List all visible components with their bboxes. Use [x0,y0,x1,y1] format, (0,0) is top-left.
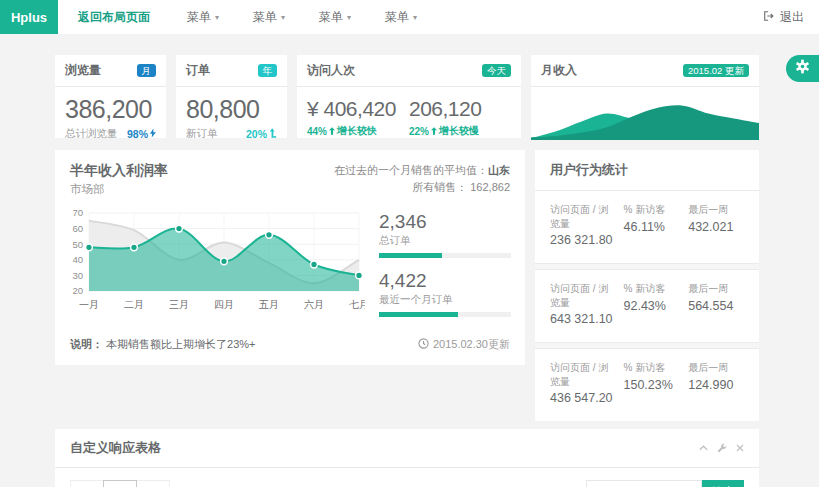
theme-settings-button[interactable] [786,55,819,82]
visits-right: 206,120 22%增长较慢 [409,94,511,138]
search-input[interactable] [586,480,702,487]
middle-row: 半年收入利润率 市场部 在过去的一个月销售的平均值：山东 所有销售： 162,8… [55,150,759,421]
chevron-down-icon: ▾ [215,13,219,22]
revenue-area-chart: 203040506070一月二月三月四月五月六月七月 [63,205,365,317]
panel-subtitle: 市场部 [70,182,168,197]
card-title: 月收入 [541,62,577,79]
period-tabs: 天 周 月 [70,480,169,487]
logout-button[interactable]: 退出 [748,0,819,34]
clock-icon [418,338,429,351]
menu-dropdown-1[interactable]: 菜单▾ [170,0,236,34]
updated-badge: 2015.02 更新 [683,64,749,78]
brand-logo[interactable]: Hplus [0,0,58,34]
chevron-down-icon: ▾ [281,13,285,22]
orders-label: 新订单 [186,127,218,141]
period-badge: 今天 [482,64,511,78]
card-title: 访问人次 [307,62,355,79]
custom-table-panel: 自定义响应表格 天 周 月 搜索 [55,429,759,487]
last-updated: 2015.02.30更新 [418,337,510,352]
row-divider [535,263,759,270]
wrench-icon[interactable] [717,443,727,453]
chevron-down-icon: ▾ [413,13,417,22]
arrow-up-icon [431,126,437,137]
sales-note: 说明： 本期销售额比上期增长了23%+ [70,337,256,352]
user-behavior-panel: 用户行为统计 访问页面 / 浏览量236 321.80 % 新访客46.11% … [535,150,759,421]
table-search: 搜索 [586,480,744,487]
pageviews-value: 386,200 [65,95,156,124]
page-content: 浏览量 月 386,200 总计浏览量 98% 订单 年 80,800 新订单 [0,34,819,487]
level-up-icon [269,128,277,140]
svg-text:七月: 七月 [349,299,365,310]
svg-text:三月: 三月 [169,299,189,310]
sales-summary: 在过去的一个月销售的平均值：山东 所有销售： 162,862 [334,162,510,197]
sign-out-icon [763,10,775,25]
orders-card: 订单 年 80,800 新订单 20% [176,55,287,138]
pageviews-label: 总计浏览量 [65,127,118,141]
monthly-income-card: 月收入 2015.02 更新 [531,55,759,138]
visits-left: ¥ 406,420 44%增长较快 [307,94,409,138]
row-divider [535,342,759,349]
behavior-row: 访问页面 / 浏览量643 321.10 % 新访客92.43% 最后一周564… [535,270,759,342]
panel-title: 用户行为统计 [535,150,759,191]
svg-text:50: 50 [72,239,83,250]
collapse-icon[interactable] [699,445,708,451]
menu-dropdown-4[interactable]: 菜单▾ [368,0,434,34]
svg-text:40: 40 [72,254,83,265]
visits-card: 访问人次 今天 ¥ 406,420 44%增长较快 206,120 22%增长较… [297,55,521,138]
orders-value: 80,800 [186,95,277,124]
total-orders-progress [379,253,511,258]
menu-dropdown-3[interactable]: 菜单▾ [302,0,368,34]
svg-text:60: 60 [72,223,83,234]
orders-progress-fill [379,253,442,258]
period-badge: 月 [137,64,157,78]
behavior-row: 访问页面 / 浏览量436 547.20 % 新访客150.23% 最后一周12… [535,349,759,421]
behavior-row: 访问页面 / 浏览量236 321.80 % 新访客46.11% 最后一周432… [535,191,759,263]
svg-text:六月: 六月 [304,299,324,310]
chevron-down-icon: ▾ [347,13,351,22]
svg-text:一月: 一月 [79,299,99,310]
monthly-orders-value: 4,422 [379,270,511,292]
svg-text:二月: 二月 [124,299,144,310]
top-navbar: Hplus 返回布局页面 菜单▾ 菜单▾ 菜单▾ 菜单▾ 退出 [0,0,819,34]
gear-icon [795,59,810,78]
card-title: 订单 [186,62,210,79]
order-stats: 2,346 总订单 4,422 最近一个月订单 [365,205,513,329]
stat-cards-row: 浏览量 月 386,200 总计浏览量 98% 订单 年 80,800 新订单 [55,55,759,138]
svg-text:四月: 四月 [214,299,234,310]
panel-title: 半年收入利润率 [70,162,168,180]
pageviews-card: 浏览量 月 386,200 总计浏览量 98% [55,55,166,138]
monthly-orders-progress [379,312,511,317]
half-year-revenue-panel: 半年收入利润率 市场部 在过去的一个月销售的平均值：山东 所有销售： 162,8… [55,150,525,365]
card-title: 浏览量 [65,62,101,79]
close-icon[interactable] [736,444,744,452]
panel-title: 自定义响应表格 [70,439,161,457]
tab-month[interactable]: 月 [136,480,170,487]
tab-day[interactable]: 天 [70,480,104,487]
svg-text:20: 20 [72,285,83,296]
period-badge: 年 [258,64,278,78]
menu-dropdown-2[interactable]: 菜单▾ [236,0,302,34]
back-to-layout-link[interactable]: 返回布局页面 [58,0,170,34]
bolt-icon [150,128,156,140]
tab-week[interactable]: 周 [103,480,137,487]
total-orders-value: 2,346 [379,211,511,233]
svg-text:30: 30 [72,270,83,281]
search-button[interactable]: 搜索 [702,480,744,487]
svg-text:五月: 五月 [259,299,279,310]
svg-text:70: 70 [72,207,83,218]
arrow-up-icon [329,126,335,137]
monthly-progress-fill [379,312,458,317]
nav-links: 返回布局页面 菜单▾ 菜单▾ 菜单▾ 菜单▾ [58,0,434,34]
income-sparkline-chart [531,87,759,140]
